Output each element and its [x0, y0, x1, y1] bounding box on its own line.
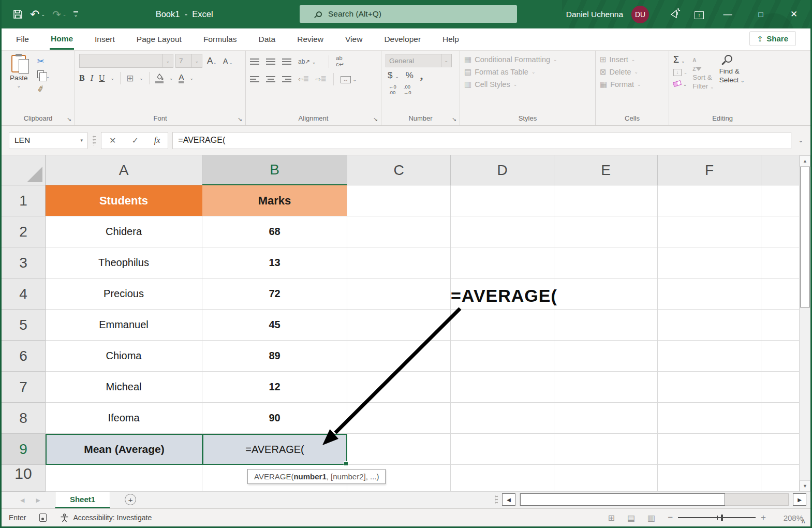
tab-file[interactable]: File	[15, 30, 30, 49]
tab-data[interactable]: Data	[257, 30, 276, 49]
cell-b1[interactable]: Marks	[202, 185, 347, 216]
cell-b6[interactable]: 89	[202, 341, 347, 372]
hscroll-right-icon[interactable]: ▶	[793, 493, 806, 506]
format-as-table-button[interactable]: ▤Format as Table⌄	[464, 67, 557, 77]
font-color-button[interactable]: A	[179, 73, 184, 84]
font-name-select[interactable]: ⌄	[79, 54, 173, 68]
horizontal-scrollbar[interactable]	[520, 493, 789, 506]
collapse-ribbon-button[interactable]: ∧	[801, 517, 806, 525]
cell-a6[interactable]: Chioma	[46, 341, 202, 372]
top-align-button[interactable]	[250, 58, 259, 65]
format-painter-button[interactable]: ✐	[36, 82, 50, 95]
vertical-scrollbar[interactable]: ▲ ▼	[799, 155, 810, 492]
number-dialog-launcher[interactable]: ↘	[452, 116, 456, 122]
cell-a2[interactable]: Chidera	[46, 216, 202, 247]
sheet-nav-left-icon[interactable]: ◀	[20, 497, 24, 504]
decrease-indent-button[interactable]: ⇦☰	[298, 76, 309, 82]
tab-view[interactable]: View	[344, 30, 363, 49]
column-header-d[interactable]: D	[451, 155, 554, 185]
avatar[interactable]: DU	[631, 6, 649, 23]
cell-styles-button[interactable]: ▥Cell Styles⌄	[464, 80, 557, 89]
comma-style-button[interactable]: ,	[420, 72, 423, 79]
select-all-corner[interactable]	[2, 155, 46, 185]
column-header-c[interactable]: C	[347, 155, 451, 185]
maximize-button[interactable]: □	[744, 0, 777, 28]
sheet-nav-right-icon[interactable]: ▶	[36, 497, 40, 504]
column-header-b[interactable]: B	[202, 155, 347, 185]
customize-quick-access-button[interactable]: ⌄	[73, 11, 78, 18]
save-button[interactable]	[13, 9, 23, 19]
new-sheet-button[interactable]: +	[125, 494, 136, 505]
insert-function-button[interactable]: fx	[146, 136, 168, 145]
cell-b7[interactable]: 12	[202, 372, 347, 403]
fill-color-button[interactable]	[155, 73, 164, 84]
cell-b8[interactable]: 90	[202, 403, 347, 434]
horizontal-scroll-thumb[interactable]	[520, 493, 725, 506]
conditional-formatting-button[interactable]: ▦Conditional Formatting⌄	[464, 55, 557, 64]
cell-b2[interactable]: 68	[202, 216, 347, 247]
minimize-button[interactable]: —	[711, 0, 744, 28]
clipboard-dialog-launcher[interactable]: ↘	[67, 116, 71, 122]
row-header-5[interactable]: 5	[2, 310, 46, 341]
cell-a8[interactable]: Ifeoma	[46, 403, 202, 434]
row-header-6[interactable]: 6	[2, 341, 46, 372]
cell-b4[interactable]: 72	[202, 278, 347, 310]
cancel-button[interactable]: ✕	[101, 136, 124, 145]
font-size-select[interactable]: 7⌄	[175, 54, 202, 68]
vertical-scroll-thumb[interactable]	[800, 167, 810, 307]
cell-a3[interactable]: Theophilus	[46, 247, 202, 278]
sort-filter-button[interactable]: AZ Sort &Filter ⌄	[692, 54, 714, 113]
undo-button[interactable]: ↶⌄	[30, 9, 45, 20]
increase-font-size-button[interactable]: A^	[204, 55, 218, 67]
wrap-text-button[interactable]: abc↩	[336, 55, 344, 67]
page-layout-view-icon[interactable]: ▤	[627, 513, 635, 523]
bold-button[interactable]: B	[79, 74, 85, 83]
row-header-9[interactable]: 9	[2, 434, 46, 465]
align-left-button[interactable]	[250, 76, 259, 82]
row-header-7[interactable]: 7	[2, 372, 46, 403]
zoom-slider-handle[interactable]	[721, 515, 723, 521]
tab-splitter-handle[interactable]	[495, 495, 498, 504]
tab-page-layout[interactable]: Page Layout	[136, 30, 183, 49]
column-header-partial[interactable]	[761, 155, 799, 185]
row-header-4[interactable]: 4	[2, 278, 46, 310]
decrease-font-size-button[interactable]: A⌄	[220, 56, 235, 66]
zoom-percentage[interactable]: 208%	[778, 514, 803, 522]
tab-home[interactable]: Home	[50, 30, 74, 50]
zoom-out-button[interactable]: −	[668, 512, 673, 523]
row-header-3[interactable]: 3	[2, 247, 46, 278]
fill-button[interactable]: ↓ ⌄	[673, 68, 687, 76]
name-box[interactable]: LEN▾	[9, 132, 87, 149]
alignment-dialog-launcher[interactable]: ↘	[373, 116, 378, 122]
share-button[interactable]: ⇪Share	[749, 31, 796, 46]
italic-button[interactable]: I	[91, 74, 93, 83]
scroll-up-icon[interactable]: ▲	[800, 155, 810, 167]
number-format-select[interactable]: General⌄	[386, 54, 452, 67]
cell-b3[interactable]: 13	[202, 247, 347, 278]
paste-button[interactable]: Paste ⌄	[6, 54, 32, 113]
zoom-in-button[interactable]: +	[761, 512, 766, 523]
zoom-slider[interactable]	[678, 517, 756, 518]
cell-c1[interactable]	[347, 185, 451, 216]
cell-e1[interactable]	[554, 185, 658, 216]
whats-new-button[interactable]	[663, 8, 687, 21]
cell-b5[interactable]: 45	[202, 310, 347, 341]
row-header-10[interactable]: 10	[2, 465, 46, 492]
increase-indent-button[interactable]: ⇨☰	[316, 76, 327, 82]
clear-button[interactable]: ⌄	[673, 80, 687, 87]
cell-a10[interactable]	[46, 465, 202, 492]
user-name[interactable]: Daniel Uchenna	[566, 10, 623, 19]
cell-a7[interactable]: Micheal	[46, 372, 202, 403]
column-header-a[interactable]: A	[46, 155, 202, 185]
orientation-button[interactable]: ab↗ ⌄	[298, 58, 316, 65]
cut-button[interactable]: ✂	[37, 56, 50, 67]
row-header-2[interactable]: 2	[2, 216, 46, 247]
column-header-e[interactable]: E	[554, 155, 658, 185]
column-header-f[interactable]: F	[658, 155, 761, 185]
cell-b9-active-formula[interactable]: =AVERAGE(	[202, 434, 347, 465]
page-break-view-icon[interactable]: ▥	[647, 513, 655, 523]
cell-a1[interactable]: Students	[46, 185, 202, 216]
row-header-8[interactable]: 8	[2, 403, 46, 434]
font-dialog-launcher[interactable]: ↘	[238, 116, 242, 122]
accessibility-status[interactable]: Accessibility: Investigate	[60, 514, 152, 522]
